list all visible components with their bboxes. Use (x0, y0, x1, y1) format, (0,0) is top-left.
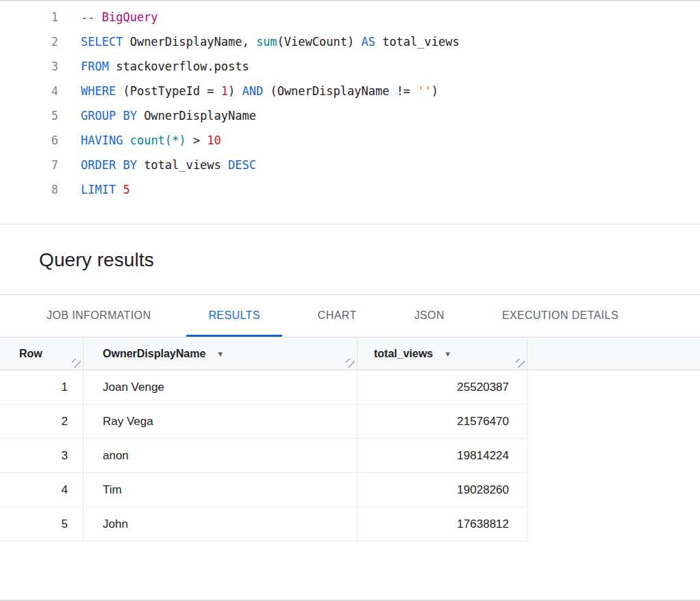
code-line: 3FROM stackoverflow.posts (0, 54, 700, 79)
table-row: 2Ray Vega21576470 (0, 405, 527, 439)
column-header-total_views[interactable]: total_views▼ (358, 337, 527, 370)
query-results-title: Query results (39, 249, 700, 271)
code-line: 8LIMIT 5 (0, 177, 700, 202)
code-token-text: OwnerDisplayName, (123, 35, 255, 49)
tab-json[interactable]: JSON (392, 295, 466, 337)
total-views-cell: 25520387 (358, 370, 527, 404)
column-resize-handle-icon[interactable] (346, 359, 355, 368)
owner-display-name-cell: Ray Vega (84, 405, 358, 438)
code-line: 4WHERE (PostTypeId = 1) AND (OwnerDispla… (0, 79, 700, 103)
code-token-number: 10 (207, 133, 221, 147)
code-line: 6HAVING count(*) > 10 (0, 128, 700, 153)
code-token-keyword: AND (242, 84, 263, 98)
code-token-keyword: ORDER BY (81, 158, 137, 172)
code-text: GROUP BY OwnerDisplayName (81, 103, 256, 128)
code-text: FROM stackoverflow.posts (81, 54, 249, 79)
sql-editor[interactable]: 1-- BigQuery2SELECT OwnerDisplayName, su… (0, 1, 700, 225)
total-views-cell: 21576470 (358, 405, 527, 438)
table-body: 1Joan Venge255203872Ray Vega215764703ano… (0, 370, 700, 541)
code-token-keyword: HAVING (81, 133, 123, 147)
line-number: 5 (0, 103, 58, 128)
column-header-fill (527, 337, 700, 370)
line-number: 1 (0, 5, 58, 29)
code-token-comment: -- BigQuery (81, 10, 158, 24)
code-token-function: count(*) (130, 133, 186, 147)
results-table: RowOwnerDisplayName▼total_views▼ 1Joan V… (0, 337, 700, 541)
code-token-text (123, 133, 129, 147)
code-line: 1-- BigQuery (0, 5, 700, 29)
row-number-cell: 4 (0, 473, 84, 507)
line-number: 2 (0, 29, 58, 54)
sort-arrow-icon[interactable]: ▼ (216, 350, 224, 358)
code-token-text: total_views (137, 158, 228, 172)
code-line: 7ORDER BY total_views DESC (0, 153, 700, 177)
line-number: 6 (0, 128, 58, 153)
table-row: 1Joan Venge25520387 (0, 370, 527, 405)
code-token-text: (ViewCount) (277, 35, 362, 49)
code-token-keyword: AS (361, 35, 375, 49)
code-token-number: 5 (123, 183, 129, 196)
code-token-function: sum (256, 35, 277, 49)
code-token-text: total_views (375, 35, 460, 49)
code-text: ORDER BY total_views DESC (81, 153, 256, 177)
tab-chart[interactable]: CHART (296, 295, 379, 337)
row-number-cell: 2 (0, 405, 84, 438)
code-token-text (116, 183, 123, 196)
table-row: 5John17638812 (0, 507, 527, 541)
code-token-keyword: WHERE (81, 84, 116, 98)
code-token-string: '' (417, 84, 431, 98)
code-token-number: 1 (221, 84, 228, 98)
code-text: -- BigQuery (81, 5, 158, 29)
column-header-row[interactable]: Row (0, 337, 84, 370)
code-token-text: ) (228, 84, 242, 98)
total-views-cell: 17638812 (358, 507, 527, 541)
code-token-text: (PostTypeId = (116, 84, 221, 98)
total-views-cell: 19814224 (358, 439, 527, 472)
code-token-text: OwnerDisplayName (137, 109, 256, 123)
column-resize-handle-icon[interactable] (516, 359, 525, 368)
row-number-cell: 5 (0, 507, 84, 541)
bigquery-console: 1-- BigQuery2SELECT OwnerDisplayName, su… (0, 0, 700, 601)
sort-arrow-icon[interactable]: ▼ (444, 350, 451, 358)
column-header-label: OwnerDisplayName (103, 348, 205, 360)
code-token-text: ) (432, 84, 438, 98)
owner-display-name-cell: John (84, 507, 358, 541)
code-line: 2SELECT OwnerDisplayName, sum(ViewCount)… (0, 29, 700, 54)
line-number: 4 (0, 79, 58, 103)
line-number: 3 (0, 54, 58, 79)
code-line: 5GROUP BY OwnerDisplayName (0, 103, 700, 128)
total-views-cell: 19028260 (358, 473, 527, 507)
row-number-cell: 3 (0, 439, 84, 472)
results-tab-bar: JOB INFORMATIONRESULTSCHARTJSONEXECUTION… (0, 295, 700, 337)
owner-display-name-cell: anon (84, 439, 358, 472)
column-header-label: Row (19, 348, 42, 360)
code-token-keyword: DESC (228, 158, 256, 172)
code-token-keyword: SELECT (81, 35, 123, 49)
code-token-text: > (186, 133, 208, 147)
tab-execution-details[interactable]: EXECUTION DETAILS (480, 295, 640, 337)
code-token-text: (OwnerDisplayName != (263, 84, 417, 98)
tab-results[interactable]: RESULTS (186, 295, 282, 337)
column-header-label: total_views (374, 348, 433, 360)
tab-job-information[interactable]: JOB INFORMATION (25, 295, 173, 337)
row-number-cell: 1 (0, 370, 84, 404)
column-header-ownerdisplayname[interactable]: OwnerDisplayName▼ (84, 337, 358, 370)
line-number: 8 (0, 177, 58, 202)
table-header-row: RowOwnerDisplayName▼total_views▼ (0, 337, 700, 370)
owner-display-name-cell: Joan Venge (84, 370, 358, 404)
code-token-text: stackoverflow.posts (109, 60, 249, 73)
column-resize-handle-icon[interactable] (72, 359, 81, 368)
table-row: 3anon19814224 (0, 439, 527, 473)
code-token-keyword: FROM (81, 60, 109, 73)
code-lines: 1-- BigQuery2SELECT OwnerDisplayName, su… (0, 5, 700, 202)
code-text: WHERE (PostTypeId = 1) AND (OwnerDisplay… (81, 79, 438, 103)
code-token-keyword: LIMIT (81, 183, 116, 196)
code-token-keyword: GROUP BY (81, 109, 137, 123)
owner-display-name-cell: Tim (84, 473, 358, 507)
query-results-section: Query results (0, 225, 700, 295)
code-text: SELECT OwnerDisplayName, sum(ViewCount) … (81, 29, 460, 54)
code-text: HAVING count(*) > 10 (81, 128, 221, 153)
line-number: 7 (0, 153, 58, 177)
table-row: 4Tim19028260 (0, 473, 527, 507)
code-text: LIMIT 5 (81, 177, 130, 202)
